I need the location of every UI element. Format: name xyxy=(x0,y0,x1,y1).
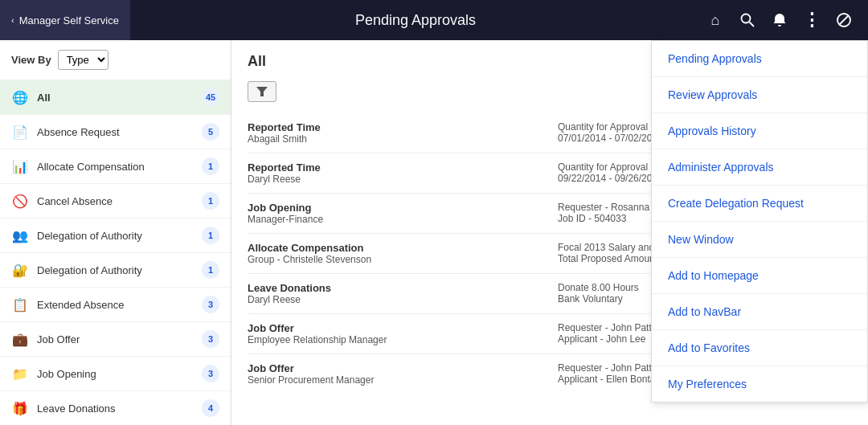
block-icon[interactable] xyxy=(829,6,858,35)
menu-new-window[interactable]: New Window xyxy=(652,222,867,258)
approval-type: Reported Time xyxy=(248,161,542,174)
sidebar-label-all: All xyxy=(37,92,194,104)
sidebar-item-extended-absence[interactable]: 📋 Extended Absence 3 xyxy=(0,288,231,322)
viewby-row: View By Type xyxy=(0,40,231,80)
approval-type: Leave Donations xyxy=(248,282,542,294)
menu-my-preferences[interactable]: My Preferences xyxy=(652,366,867,402)
menu-add-to-navbar[interactable]: Add to NavBar xyxy=(652,294,867,330)
sidebar-badge-absence-request: 5 xyxy=(202,123,219,141)
svg-point-0 xyxy=(742,14,751,23)
allocate-compensation-icon: 📊 xyxy=(11,157,29,175)
bell-icon[interactable] xyxy=(765,6,794,35)
sidebar-label-allocate-compensation: Allocate Compensation xyxy=(37,161,194,173)
globe-icon: 🌐 xyxy=(11,88,29,106)
sidebar-item-job-offer[interactable]: 💼 Job Offer 3 xyxy=(0,322,231,357)
menu-create-delegation-request[interactable]: Create Delegation Request xyxy=(652,186,867,222)
approval-type: Reported Time xyxy=(248,121,542,133)
approval-sub: Daryl Reese xyxy=(248,294,542,305)
sidebar-label-job-opening: Job Opening xyxy=(37,368,194,380)
more-options-icon[interactable]: ⋮ xyxy=(797,6,826,35)
approval-type: Job Offer xyxy=(248,362,542,374)
sidebar-badge-cancel-absence: 1 xyxy=(202,192,219,210)
sidebar-item-all[interactable]: 🌐 All 45 xyxy=(0,80,231,115)
app-header: ‹ Manager Self Service Pending Approvals… xyxy=(0,0,868,40)
job-opening-icon: 📁 xyxy=(11,365,29,382)
sidebar-label-cancel-absence: Cancel Absence xyxy=(37,195,194,207)
sidebar-item-allocate-compensation[interactable]: 📊 Allocate Compensation 1 xyxy=(0,149,231,184)
sidebar-item-cancel-absence[interactable]: 🚫 Cancel Absence 1 xyxy=(0,184,231,219)
viewby-select[interactable]: Type xyxy=(58,50,108,70)
search-icon[interactable] xyxy=(733,6,762,35)
sidebar: View By Type 🌐 All 45 📄 Absence Request … xyxy=(0,40,231,425)
menu-approvals-history[interactable]: Approvals History xyxy=(652,113,867,149)
sidebar-label-job-offer: Job Offer xyxy=(37,333,194,345)
cancel-absence-icon: 🚫 xyxy=(11,192,29,210)
svg-line-1 xyxy=(750,22,755,27)
back-button[interactable]: ‹ Manager Self Service xyxy=(0,0,130,40)
approval-sub: Employee Relationship Manager xyxy=(248,334,542,345)
approval-sub: Senior Procurement Manager xyxy=(248,374,542,386)
job-offer-icon: 💼 xyxy=(11,330,29,348)
viewby-label: View By xyxy=(11,54,51,66)
sidebar-badge-leave-donations: 4 xyxy=(202,399,219,417)
sidebar-badge-job-offer: 3 xyxy=(202,330,219,348)
approval-type: Allocate Compensation xyxy=(248,242,542,254)
sidebar-label-leave-donations: Leave Donations xyxy=(37,403,194,415)
sidebar-badge-job-opening: 3 xyxy=(202,365,219,382)
menu-pending-approvals[interactable]: Pending Approvals xyxy=(652,41,867,77)
sidebar-badge-all: 45 xyxy=(202,88,219,106)
approval-sub: Abagail Smith xyxy=(248,133,542,145)
approval-sub: Daryl Reese xyxy=(248,174,542,185)
sidebar-item-delegation-authority-2[interactable]: 🔐 Delegation of Authority 1 xyxy=(0,253,231,288)
approval-type: Job Opening xyxy=(248,202,542,214)
sidebar-label-extended-absence: Extended Absence xyxy=(37,299,194,311)
svg-marker-4 xyxy=(256,87,268,96)
sidebar-badge-extended-absence: 3 xyxy=(202,296,219,313)
approval-sub: Group - Christelle Stevenson xyxy=(248,254,542,265)
chevron-left-icon: ‹ xyxy=(11,15,14,25)
dropdown-menu: Pending Approvals Review Approvals Appro… xyxy=(651,40,868,403)
extended-absence-icon: 📋 xyxy=(11,296,29,313)
svg-line-3 xyxy=(839,15,849,25)
sidebar-badge-delegation-authority-1: 1 xyxy=(202,227,219,244)
approval-type: Job Offer xyxy=(248,322,542,334)
menu-administer-approvals[interactable]: Administer Approvals xyxy=(652,149,867,186)
sidebar-item-leave-donations[interactable]: 🎁 Leave Donations 4 xyxy=(0,391,231,425)
sidebar-badge-delegation-authority-2: 1 xyxy=(202,261,219,279)
sidebar-badge-allocate-compensation: 1 xyxy=(202,157,219,175)
menu-review-approvals[interactable]: Review Approvals xyxy=(652,77,867,113)
sidebar-item-delegation-authority-1[interactable]: 👥 Delegation of Authority 1 xyxy=(0,219,231,253)
absence-request-icon: 📄 xyxy=(11,123,29,141)
sidebar-item-absence-request[interactable]: 📄 Absence Request 5 xyxy=(0,115,231,149)
back-label: Manager Self Service xyxy=(19,14,119,27)
menu-add-to-favorites[interactable]: Add to Favorites xyxy=(652,330,867,366)
home-icon[interactable]: ⌂ xyxy=(701,6,730,35)
approval-sub: Manager-Finance xyxy=(248,214,542,225)
delegation-authority-1-icon: 👥 xyxy=(11,227,29,244)
menu-add-to-homepage[interactable]: Add to Homepage xyxy=(652,258,867,294)
page-title: Pending Approvals xyxy=(130,12,701,29)
sidebar-label-absence-request: Absence Request xyxy=(37,126,194,138)
filter-button[interactable] xyxy=(248,81,276,102)
header-actions: ⌂ ⋮ xyxy=(701,6,868,35)
sidebar-label-delegation-authority-2: Delegation of Authority xyxy=(37,264,194,276)
delegation-authority-2-icon: 🔐 xyxy=(11,261,29,279)
sidebar-label-delegation-authority-1: Delegation of Authority xyxy=(37,230,194,242)
leave-donations-icon: 🎁 xyxy=(11,399,29,417)
sidebar-item-job-opening[interactable]: 📁 Job Opening 3 xyxy=(0,357,231,391)
